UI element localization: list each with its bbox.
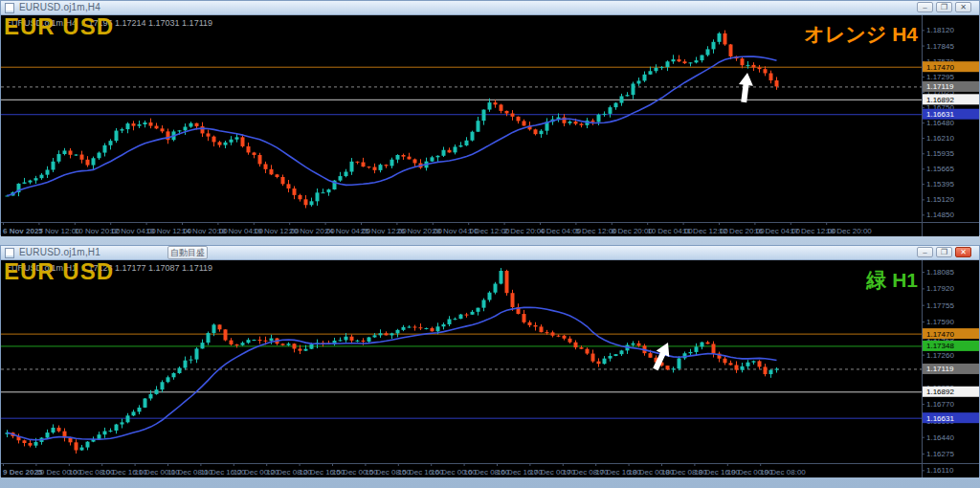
window-title: EURUSD.oj1m,H4: [19, 2, 100, 12]
restore-button[interactable]: ❐: [936, 2, 952, 12]
candlestick-chart-h1[interactable]: 1.180851.179201.177551.175901.174251.172…: [1, 260, 979, 477]
minimize-button[interactable]: –: [917, 2, 933, 12]
svg-text:1.16631: 1.16631: [926, 414, 954, 423]
svg-text:1.15935: 1.15935: [926, 149, 954, 158]
symbol-watermark: EUR USD: [4, 260, 114, 285]
auto-scale-button[interactable]: 自動目盛: [167, 246, 208, 259]
svg-text:1.17590: 1.17590: [926, 318, 954, 326]
svg-text:1.16110: 1.16110: [926, 466, 954, 475]
svg-text:1.15395: 1.15395: [926, 180, 954, 189]
svg-text:1.18085: 1.18085: [926, 268, 954, 277]
minimize-button[interactable]: –: [917, 247, 933, 257]
svg-text:6 Nov 2025: 6 Nov 2025: [3, 227, 43, 235]
svg-text:1.14850: 1.14850: [926, 211, 954, 219]
svg-text:1.17920: 1.17920: [926, 284, 954, 293]
chart-icon: [5, 248, 14, 258]
svg-text:1.16210: 1.16210: [926, 134, 954, 143]
svg-text:1.15120: 1.15120: [926, 195, 954, 204]
window-titlebar-h1[interactable]: EURUSD.oj1m,H1 – ❐ ✕: [1, 246, 979, 260]
close-button[interactable]: ✕: [955, 247, 971, 257]
svg-text:1.17470: 1.17470: [926, 63, 954, 72]
timeframe-label-h4: オレンジ H4: [804, 21, 918, 48]
svg-text:1.17845: 1.17845: [926, 42, 954, 51]
svg-text:1.17348: 1.17348: [926, 342, 954, 350]
chart-icon: [5, 3, 14, 13]
candlestick-chart-h4[interactable]: 1.181201.178451.175701.172951.170251.167…: [1, 15, 979, 236]
timeframe-label-h1: 緑 H1: [866, 267, 918, 294]
svg-text:1.16892: 1.16892: [926, 96, 954, 104]
svg-text:1.17119: 1.17119: [926, 365, 954, 373]
svg-text:19 Dec 08:00: 19 Dec 08:00: [760, 468, 806, 477]
chart-area-h1[interactable]: 1.180851.179201.177551.175901.174251.172…: [1, 260, 979, 477]
svg-text:1.17470: 1.17470: [926, 330, 954, 339]
chart-window-h1: EURUSD.oj1m,H1 – ❐ ✕ 1.180851.179201.177…: [0, 245, 980, 477]
svg-text:1.15665: 1.15665: [926, 165, 954, 173]
chart-area-h4[interactable]: 1.181201.178451.175701.172951.170251.167…: [1, 15, 979, 236]
window-title: EURUSD.oj1m,H1: [19, 247, 100, 257]
close-button[interactable]: ✕: [955, 2, 971, 12]
svg-text:1.16631: 1.16631: [926, 110, 954, 119]
mt4-workspace: { "chrome": { "minimize_glyph": "–", "re…: [0, 0, 980, 488]
svg-text:1.16892: 1.16892: [926, 388, 954, 396]
svg-text:1.17260: 1.17260: [926, 351, 954, 360]
svg-text:18 Dec 20:00: 18 Dec 20:00: [826, 227, 872, 235]
svg-text:1.16440: 1.16440: [926, 433, 954, 442]
svg-text:1.17755: 1.17755: [926, 301, 954, 310]
chart-window-h4: EURUSD.oj1m,H4 – ❐ ✕ 1.181201.178451.175…: [0, 0, 980, 235]
window-titlebar-h4[interactable]: EURUSD.oj1m,H4 – ❐ ✕: [1, 1, 979, 15]
restore-button[interactable]: ❐: [936, 247, 952, 257]
symbol-watermark: EUR USD: [4, 15, 114, 40]
svg-text:1.18120: 1.18120: [926, 26, 954, 34]
svg-text:1.16480: 1.16480: [926, 119, 954, 127]
svg-text:1.17119: 1.17119: [926, 82, 954, 91]
svg-text:1.17295: 1.17295: [926, 73, 954, 81]
svg-text:1.16770: 1.16770: [926, 400, 954, 409]
svg-text:1.16275: 1.16275: [926, 450, 954, 458]
